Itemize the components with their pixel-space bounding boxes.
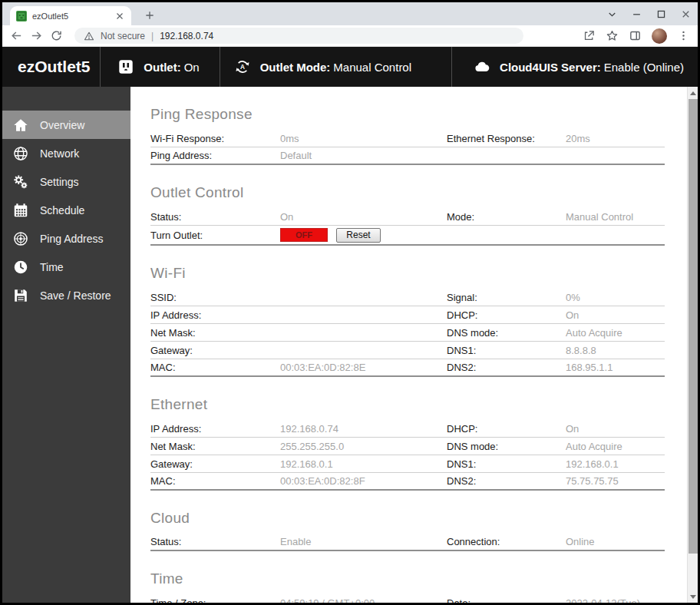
table-row: Time / Zone:04:59:19 / GMT+0:00Date:2022… <box>150 594 665 603</box>
field-label: Date: <box>447 597 566 603</box>
field-value: 8.8.8.8 <box>566 345 665 356</box>
sidebar-item-label: Overview <box>40 119 84 131</box>
field-value: 192.168.0.1 <box>566 458 665 470</box>
section-title: Ethernet <box>150 396 665 413</box>
reset-button[interactable]: Reset <box>336 228 381 243</box>
sidebar-item-overview[interactable]: Overview <box>2 111 130 139</box>
sidebar-item-network[interactable]: Network <box>2 139 130 167</box>
plus-icon <box>144 9 156 21</box>
section-time: TimeTime / Zone:04:59:19 / GMT+0:00Date:… <box>150 570 665 603</box>
off-button[interactable]: OFF <box>280 228 328 242</box>
toolbar-actions <box>583 28 690 44</box>
reload-button[interactable] <box>50 29 63 42</box>
tab-favicon-icon <box>16 11 27 21</box>
browser-toolbar: Not secure | 192.168.0.74 <box>2 25 698 47</box>
forward-button[interactable] <box>30 29 43 42</box>
table-row: Turn Outlet:OFFReset <box>150 226 665 246</box>
maximize-button[interactable] <box>655 8 667 20</box>
header-item-text: Outlet:On <box>144 61 199 74</box>
field-value: 04:59:19 / GMT+0:00 <box>280 597 447 603</box>
table-row: Gateway:192.168.0.1DNS1:192.168.0.1 <box>150 455 665 473</box>
window-close-button[interactable] <box>680 8 692 20</box>
browser-menu-icon[interactable] <box>677 29 690 42</box>
scroll-up-arrow[interactable] <box>688 88 698 98</box>
sidebar-item-settings[interactable]: Settings <box>2 167 130 196</box>
calendar-icon <box>12 202 29 219</box>
sidebar-item-save-restore[interactable]: Save / Restore <box>2 281 130 309</box>
outlet-icon <box>117 58 134 75</box>
field-label: Signal: <box>447 292 566 303</box>
scroll-down-arrow[interactable] <box>688 591 698 602</box>
scrollbar-thumb[interactable] <box>688 99 698 554</box>
field-value: 2022-04-12(Tue) <box>566 597 665 603</box>
sidebar-item-label: Time <box>40 261 64 273</box>
header-item-label: Outlet Mode: <box>260 61 331 74</box>
main-content: Ping ResponseWi-Fi Response:0msEthernet … <box>130 87 698 603</box>
address-separator: | <box>151 31 154 41</box>
field-value: 168.95.1.1 <box>566 362 665 373</box>
clock-icon <box>12 259 29 276</box>
table-row: Net Mask:DNS mode:Auto Acquire <box>150 324 665 342</box>
header-item-label: Outlet: <box>144 61 180 74</box>
header-item-value: Enable (Online) <box>604 61 684 74</box>
browser-tab[interactable]: ezOutlet5 <box>10 6 131 25</box>
section-title: Outlet Control <box>150 184 665 201</box>
sidebar-item-label: Ping Address <box>40 233 104 245</box>
field-label: MAC: <box>150 475 280 487</box>
sidebar-item-label: Network <box>40 147 79 160</box>
section-title: Ping Response <box>150 106 665 123</box>
field-value: 0ms <box>280 133 447 144</box>
field-label: Turn Outlet: <box>150 230 280 241</box>
address-bar[interactable]: Not secure | 192.168.0.74 <box>74 28 523 44</box>
field-label: IP Address: <box>150 309 280 321</box>
auto-mode-icon: A <box>234 58 251 75</box>
table-row: Net Mask:255.255.255.0DNS mode:Auto Acqu… <box>150 438 665 455</box>
header-item-label: Cloud4UIS Server: <box>500 61 601 74</box>
field-value: 192.168.0.74 <box>280 423 447 435</box>
field-label: DHCP: <box>447 423 566 435</box>
header-item-outlet: Outlet:On <box>101 47 220 87</box>
vertical-scrollbar[interactable] <box>687 87 698 603</box>
field-label: IP Address: <box>150 423 280 435</box>
minimize-button[interactable] <box>631 8 642 20</box>
field-label: DNS2: <box>447 475 566 487</box>
field-value: 192.168.0.1 <box>280 458 447 470</box>
section-title: Wi-Fi <box>150 265 665 282</box>
sidebar-item-label: Schedule <box>40 204 84 217</box>
field-label: DNS2: <box>447 362 566 373</box>
svg-text:A: A <box>240 64 245 71</box>
sidebar-item-time[interactable]: Time <box>2 253 130 281</box>
field-label: Wi-Fi Response: <box>150 133 280 144</box>
share-icon[interactable] <box>583 29 596 42</box>
field-value: On <box>280 211 447 223</box>
new-tab-button[interactable] <box>142 8 157 23</box>
header-item-text: Outlet Mode:Manual Control <box>260 61 411 74</box>
back-button[interactable] <box>10 29 23 42</box>
table-row: Status:OnMode:Manual Control <box>150 208 665 226</box>
tab-search-button[interactable] <box>606 8 618 20</box>
field-value: 255.255.255.0 <box>280 441 447 452</box>
profile-avatar[interactable] <box>652 28 667 44</box>
section-title: Cloud <box>150 510 665 527</box>
cloud-icon <box>474 58 490 75</box>
bookmark-star-icon[interactable] <box>606 29 619 42</box>
field-value: Enable <box>280 536 447 547</box>
sidebar-item-label: Save / Restore <box>40 289 111 302</box>
field-value: 00:03:EA:0D:82:8F <box>280 475 447 487</box>
not-secure-warning-icon[interactable] <box>84 31 94 41</box>
tab-close-icon[interactable] <box>114 11 125 21</box>
field-value: Auto Acquire <box>566 441 665 452</box>
sidebar-item-schedule[interactable]: Schedule <box>2 196 130 224</box>
table-row: Ping Address:Default <box>150 147 665 165</box>
table-row: MAC:00:03:EA:0D:82:8FDNS2:75.75.75.75 <box>150 473 665 491</box>
header-item-cloud4uis-server: Cloud4UIS Server:Enable (Online) <box>452 47 698 87</box>
field-label: Status: <box>150 211 280 223</box>
field-value: On <box>566 423 665 435</box>
field-label: Ping Address: <box>150 150 280 161</box>
section-ethernet: EthernetIP Address:192.168.0.74DHCP:OnNe… <box>150 396 665 491</box>
side-panel-icon[interactable] <box>629 29 642 42</box>
save-icon <box>12 287 29 304</box>
section-cloud: CloudStatus:EnableConnection:Online <box>150 510 665 551</box>
security-label: Not secure <box>101 31 145 41</box>
sidebar-item-ping-address[interactable]: Ping Address <box>2 224 130 253</box>
